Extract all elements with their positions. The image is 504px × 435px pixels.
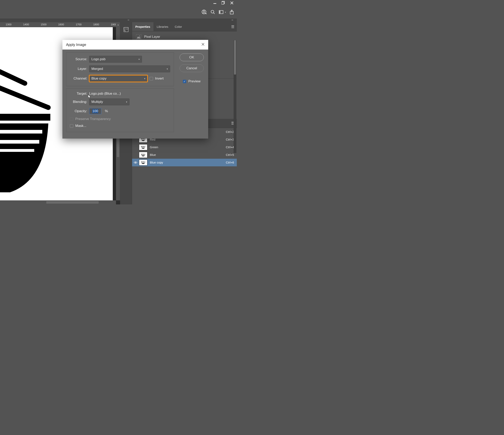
channel-thumbnail: ROKU (139, 144, 147, 150)
share-icon[interactable] (230, 10, 234, 15)
source-label: Source: (70, 57, 87, 61)
dialog-titlebar[interactable]: Apply Image (63, 40, 208, 50)
target-value: Logo.psb (Blue co...) (89, 92, 121, 96)
channel-shortcut: Ctrl+6 (226, 161, 234, 164)
channel-row[interactable]: ROKUGreenCtrl+4 (132, 143, 237, 151)
channel-label: Channel: (70, 77, 87, 81)
svg-rect-13 (0, 140, 39, 144)
opacity-value: 100 (92, 109, 98, 113)
svg-rect-0 (213, 3, 216, 4)
target-label: Target: (70, 92, 87, 96)
blending-dropdown[interactable]: Multiply ▾ (89, 99, 129, 105)
ruler-tick: 1800 (93, 23, 99, 26)
pixel-layer-icon (136, 35, 141, 39)
history-panel-icon[interactable] (123, 27, 129, 32)
svg-rect-17 (124, 27, 128, 29)
layer-dropdown[interactable]: Merged ▾ (89, 65, 170, 72)
ruler-tick: 1500 (41, 23, 46, 26)
channel-shortcut: Ctrl+4 (226, 145, 234, 149)
channel-shortcut: Ctrl+5 (226, 153, 234, 156)
channel-name: Blue copy (150, 161, 226, 164)
svg-point-5 (211, 10, 214, 13)
app-vertical-scrollbar[interactable] (234, 40, 236, 153)
channel-shortcut: Ctrl+3 (226, 138, 234, 141)
preserve-transparency-label: Preserve Transparency (75, 117, 111, 121)
channel-thumbnail: ROKU (139, 160, 147, 165)
account-icon[interactable] (202, 9, 207, 15)
chevron-down-icon: ▾ (126, 101, 127, 103)
dialog-close-button[interactable] (201, 43, 205, 47)
search-icon[interactable] (210, 10, 215, 15)
mouse-cursor-icon (88, 95, 91, 99)
invert-label: Invert (155, 77, 164, 81)
blending-label: Blending: (70, 100, 87, 104)
svg-rect-12 (0, 130, 42, 134)
invert-checkbox[interactable] (150, 77, 153, 80)
opacity-input[interactable]: 100 (89, 108, 101, 114)
channel-name: Blue (150, 153, 226, 156)
scroll-up-button[interactable]: ▴ (116, 22, 120, 27)
ruler-tick: 1300 (6, 23, 11, 26)
chevron-down-icon: ▾ (139, 58, 140, 61)
horizontal-scrollbar[interactable] (0, 200, 116, 204)
collapse-left-icon[interactable]: ‹‹ (128, 18, 129, 21)
window-minimize-button[interactable] (213, 1, 217, 5)
channels-panel-body: ROKURGBCtrl+2ROKURedCtrl+3ROKUGreenCtrl+… (132, 128, 237, 205)
svg-rect-11 (0, 114, 50, 121)
tab-properties[interactable]: Properties (132, 22, 153, 31)
ok-button[interactable]: OK (180, 54, 204, 61)
dialog-title: Apply Image (66, 43, 86, 47)
channel-row[interactable]: ROKUBlue copyCtrl+6 (132, 159, 237, 166)
svg-point-15 (1, 196, 6, 200)
apply-image-dialog: Apply Image Source: Logo.psb ▾ Layer: Me… (63, 40, 208, 139)
svg-rect-16 (124, 27, 128, 32)
preserve-transparency-checkbox (70, 118, 73, 121)
tab-libraries[interactable]: Libraries (153, 22, 171, 31)
svg-point-19 (139, 36, 140, 36)
channel-shortcut: Ctrl+2 (226, 130, 234, 134)
ruler-tick: 1700 (76, 23, 81, 26)
ruler-tick: 1600 (58, 23, 64, 26)
svg-text:ROKU: ROKU (141, 161, 145, 163)
top-toolbar: ▾ (0, 6, 237, 18)
ruler-tick: 1900 (111, 23, 117, 26)
channel-row[interactable]: ROKUBlueCtrl+5 (132, 151, 237, 159)
panel-menu-icon[interactable]: ☰ (229, 25, 237, 29)
svg-rect-7 (219, 11, 220, 13)
visibility-toggle[interactable] (132, 161, 139, 164)
percent-label: % (105, 109, 108, 113)
ruler-horizontal[interactable]: 1300 1400 1500 1600 1700 1800 1900 (0, 22, 116, 27)
source-group: Source: Logo.psb ▾ Layer: Merged ▾ Chann… (66, 52, 174, 86)
workspace-icon[interactable]: ▾ (219, 10, 226, 14)
blending-value: Multiply (91, 100, 103, 104)
mask-label: Mask... (75, 124, 86, 128)
preview-checkbox[interactable]: ✓ (183, 80, 186, 83)
horizontal-scrollbar-thumb[interactable] (46, 201, 99, 204)
svg-point-28 (135, 162, 136, 163)
window-maximize-button[interactable] (222, 1, 225, 5)
preview-label: Preview (188, 79, 200, 83)
channel-name: Green (150, 145, 226, 149)
collapse-right-icon[interactable]: ›› (232, 18, 233, 21)
svg-rect-9 (0, 63, 28, 87)
title-bar (0, 0, 237, 6)
window-close-button[interactable] (230, 1, 234, 5)
mask-checkbox[interactable] (70, 124, 73, 128)
layer-label: Layer: (70, 67, 87, 71)
svg-text:ROKU: ROKU (141, 154, 145, 155)
app-vertical-scrollbar-thumb[interactable] (234, 40, 236, 74)
layer-value: Merged (91, 67, 103, 71)
source-value: Logo.psb (91, 57, 106, 61)
channel-dropdown[interactable]: Blue copy ▾ (89, 75, 148, 82)
chevron-down-icon: ▾ (144, 77, 145, 80)
cancel-button[interactable]: Cancel (180, 64, 204, 72)
tab-color[interactable]: Color (171, 22, 185, 31)
svg-point-4 (203, 11, 205, 12)
channel-value: Blue copy (91, 77, 107, 81)
source-dropdown[interactable]: Logo.psb ▾ (89, 56, 142, 63)
ruler-tick: 1400 (23, 23, 29, 26)
target-group: Target: Logo.psb (Blue co...) Blending: … (66, 88, 174, 132)
chevron-down-icon: ▾ (167, 68, 168, 70)
svg-rect-14 (0, 149, 34, 152)
svg-text:ROKU: ROKU (141, 146, 145, 147)
